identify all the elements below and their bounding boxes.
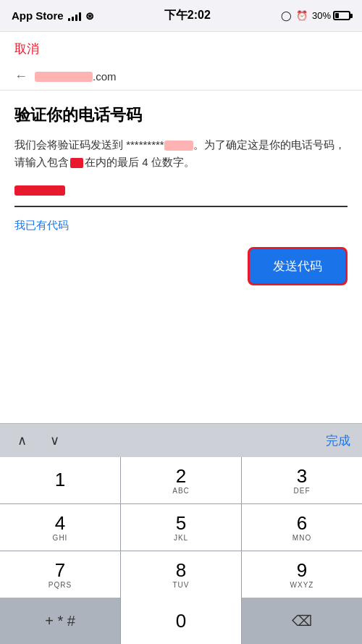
cancel-button[interactable]: 取消: [14, 41, 39, 57]
status-right: ◯ ⏰ 30%: [281, 10, 350, 21]
keyboard-down-button[interactable]: ∨: [44, 430, 65, 451]
key-9[interactable]: 9 WXYZ: [242, 551, 362, 598]
keyboard-grid: 1 2 ABC 3 DEF 4 GHI 5 JKL 6 MNO 7 PQRS: [0, 457, 362, 598]
email-redacted-block: [35, 72, 93, 82]
battery-percent: 30%: [312, 10, 331, 21]
backspace-icon: ⌫: [292, 612, 312, 630]
status-time: 下午2:02: [164, 8, 211, 23]
email-display: .com: [35, 70, 117, 83]
key-backspace[interactable]: ⌫: [242, 598, 362, 644]
highlight-block: [70, 158, 83, 168]
desc-part1: 我们会将验证码发送到 *********: [14, 138, 164, 151]
input-row: [14, 185, 348, 207]
input-value-display: [14, 185, 348, 203]
keyboard-done-button[interactable]: 完成: [326, 432, 350, 449]
keyboard-area: ∧ ∨ 完成 1 2 ABC 3 DEF 4 GHI 5 JKL 6 MNO: [0, 423, 362, 644]
key-4[interactable]: 4 GHI: [0, 504, 120, 551]
keyboard-toolbar: ∧ ∨ 完成: [0, 423, 362, 457]
back-row: ← .com: [0, 63, 362, 91]
keyboard-up-button[interactable]: ∧: [12, 430, 33, 451]
send-code-button[interactable]: 发送代码: [248, 247, 348, 285]
email-suffix: .com: [93, 70, 117, 83]
send-code-row: 发送代码: [14, 247, 348, 285]
signal-bars: [68, 11, 81, 21]
location-icon: ◯: [281, 10, 292, 21]
key-3[interactable]: 3 DEF: [242, 457, 362, 503]
top-nav: 取消: [0, 32, 362, 63]
toolbar-left: ∧ ∨: [12, 430, 65, 451]
key-1[interactable]: 1: [0, 457, 120, 503]
desc-part3: 在内的最后 4 位数字。: [85, 156, 195, 168]
description-text: 我们会将验证码发送到 *********。为了确定这是你的电话号码，请输入包含在…: [14, 136, 348, 171]
alarm-icon: ⏰: [296, 10, 308, 21]
key-5[interactable]: 5 JKL: [121, 504, 241, 551]
battery-icon: [333, 11, 350, 20]
wifi-icon: ⊛: [85, 10, 94, 22]
key-6[interactable]: 6 MNO: [242, 504, 362, 551]
key-7[interactable]: 7 PQRS: [0, 551, 120, 598]
status-left: App Store ⊛: [12, 9, 94, 22]
battery-container: 30%: [312, 10, 350, 21]
back-arrow-icon[interactable]: ←: [14, 69, 28, 84]
key-special-label: + * #: [45, 613, 75, 630]
key-special[interactable]: + * #: [0, 598, 120, 644]
keyboard-bottom-row: + * # 0 ⌫: [0, 598, 362, 644]
key-0[interactable]: 0: [121, 598, 241, 644]
form-area: 验证你的电话号码 我们会将验证码发送到 *********。为了确定这是你的电话…: [0, 91, 362, 311]
page-title: 验证你的电话号码: [14, 105, 348, 126]
input-placeholder: [14, 185, 65, 196]
key-2[interactable]: 2 ABC: [121, 457, 241, 503]
key-8[interactable]: 8 TUV: [121, 551, 241, 598]
status-bar: App Store ⊛ 下午2:02 ◯ ⏰ 30%: [0, 0, 362, 32]
have-code-button[interactable]: 我已有代码: [14, 213, 69, 238]
app-store-label: App Store: [12, 9, 64, 22]
key-zero-label: 0: [176, 611, 186, 632]
